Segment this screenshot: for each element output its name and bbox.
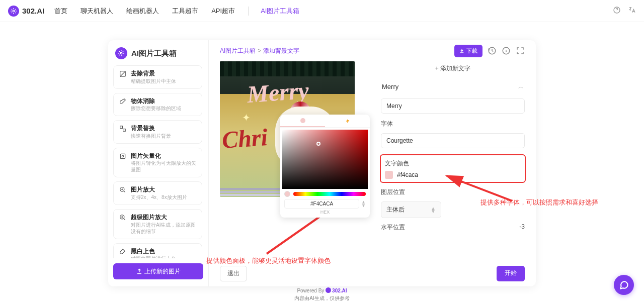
select-stepper-icon: ▲▼ bbox=[431, 207, 436, 213]
nav-home[interactable]: 首页 bbox=[54, 7, 67, 16]
crumb-actions: 下载 bbox=[454, 45, 525, 57]
svg-rect-6 bbox=[120, 154, 125, 158]
text-input[interactable]: Merry bbox=[381, 98, 525, 114]
top-bar: 302.AI 首页 聊天机器人 绘画机器人 工具超市 API超市 AI图片工具箱 bbox=[0, 0, 644, 22]
droplet-icon bbox=[300, 118, 305, 123]
sidebar-item-colorize[interactable]: 黑白上色对黑白照片进行上色 bbox=[113, 243, 202, 258]
hex-input[interactable]: #F4CACA bbox=[284, 199, 359, 209]
info-icon[interactable] bbox=[502, 46, 511, 55]
canvas-decor-trees bbox=[220, 61, 355, 76]
color-cursor[interactable] bbox=[316, 142, 320, 146]
nav-paint[interactable]: 绘画机器人 bbox=[126, 7, 159, 16]
color-hue-row bbox=[284, 191, 366, 197]
chevron-up-icon[interactable]: ︿ bbox=[518, 83, 524, 90]
current-color-dot bbox=[284, 191, 290, 197]
exit-button[interactable]: 退出 bbox=[220, 266, 247, 281]
color-picker-tabs bbox=[280, 115, 370, 128]
sidebar-title-text: AI图片工具箱 bbox=[131, 49, 177, 58]
accordion-title: Merry bbox=[382, 83, 398, 90]
download-button[interactable]: 下载 bbox=[454, 45, 482, 57]
main-panel: AI图片工具箱 去除背景精确提取图片中主体 物体消除擦除您想要移除的区域 背景替… bbox=[108, 40, 536, 286]
sidebar-item-erase[interactable]: 物体消除擦除您想要移除的区域 bbox=[113, 93, 202, 117]
sparkle-zoom-icon bbox=[119, 214, 127, 222]
sidebar-item-remove-bg[interactable]: 去除背景精确提取图片中主体 bbox=[113, 65, 202, 89]
brand-text: 302.AI bbox=[22, 7, 44, 15]
color-highlight-box: 文字颜色 #f4caca bbox=[380, 154, 526, 183]
breadcrumb-root[interactable]: AI图片工具箱 bbox=[220, 47, 256, 55]
hpos-label: 水平位置 bbox=[381, 223, 405, 232]
vector-icon bbox=[119, 152, 127, 160]
color-value: #f4caca bbox=[397, 171, 418, 178]
brand-logo[interactable]: 302.AI bbox=[8, 6, 44, 17]
color-swatch[interactable] bbox=[385, 171, 393, 179]
workspace: Merry ✦ Chri bbox=[209, 61, 536, 286]
upload-button[interactable]: 上传新的图片 bbox=[113, 263, 203, 279]
sidebar-logo-icon bbox=[115, 47, 127, 59]
svg-point-0 bbox=[13, 10, 15, 12]
history-icon[interactable] bbox=[488, 46, 497, 55]
zoom-in-icon bbox=[119, 186, 127, 194]
hex-row: #F4CACA ▲▼ bbox=[284, 199, 366, 209]
color-saturation-area[interactable] bbox=[282, 130, 368, 189]
svg-point-2 bbox=[120, 52, 122, 54]
chat-icon bbox=[619, 280, 629, 290]
svg-point-7 bbox=[122, 155, 124, 157]
help-icon[interactable] bbox=[613, 6, 621, 16]
nav-chat[interactable]: 聊天机器人 bbox=[80, 7, 113, 16]
svg-rect-5 bbox=[123, 129, 126, 132]
annotation-font: 提供多种字体，可以按照需求和喜好选择 bbox=[480, 198, 598, 207]
replace-bg-icon bbox=[119, 125, 127, 133]
layer-select[interactable]: 主体后 ▲▼ bbox=[381, 201, 441, 218]
eraser-icon bbox=[119, 97, 127, 106]
paint-icon bbox=[119, 248, 127, 256]
add-text-button[interactable]: + 添加新文字 bbox=[381, 62, 525, 75]
start-button[interactable]: 开始 bbox=[497, 266, 525, 281]
color-label: 文字颜色 bbox=[385, 159, 521, 168]
sidebar-item-super-upscale[interactable]: 超级图片放大对图片进行AI生成，添加原图没有的细节 bbox=[113, 209, 202, 239]
chat-fab[interactable] bbox=[614, 275, 634, 295]
font-select[interactable]: Courgette bbox=[381, 133, 525, 148]
svg-rect-4 bbox=[120, 126, 123, 129]
hpos-value: -3 bbox=[519, 223, 525, 232]
accordion-header[interactable]: Merry ︿ bbox=[381, 80, 525, 93]
canvas-column: Merry ✦ Chri bbox=[220, 61, 361, 286]
hex-label: HEX bbox=[280, 210, 370, 218]
hex-stepper[interactable]: ▲▼ bbox=[361, 200, 366, 207]
footer-logo-icon bbox=[326, 287, 331, 293]
color-picker-tab-preset[interactable] bbox=[325, 115, 370, 127]
font-label: 字体 bbox=[381, 120, 525, 128]
sidebar: AI图片工具箱 去除背景精确提取图片中主体 物体消除擦除您想要移除的区域 背景替… bbox=[108, 40, 209, 286]
nav-image-toolbox[interactable]: AI图片工具箱 bbox=[248, 7, 299, 16]
fullscreen-icon[interactable] bbox=[516, 46, 525, 55]
breadcrumb-bar: AI图片工具箱 > 添加背景文字 下载 bbox=[209, 40, 536, 61]
translate-icon[interactable] bbox=[628, 6, 636, 16]
remove-bg-icon bbox=[119, 70, 127, 78]
top-nav: 首页 聊天机器人 绘画机器人 工具超市 API超市 AI图片工具箱 bbox=[54, 7, 299, 16]
footer: Powered By 302.AI 内容由AI生成，仅供参考 bbox=[0, 287, 644, 302]
canvas-text-chri: Chri bbox=[221, 123, 268, 154]
nav-tools[interactable]: 工具超市 bbox=[172, 7, 198, 16]
annotation-color: 提供颜色面板，能够更灵活地设置字体颜色 bbox=[206, 256, 331, 265]
color-picker[interactable]: #F4CACA ▲▼ HEX bbox=[280, 115, 370, 218]
sidebar-title: AI图片工具箱 bbox=[113, 47, 203, 59]
sidebar-item-upscale[interactable]: 图片放大支持2x、4x、8x放大图片 bbox=[113, 181, 202, 205]
main-area: AI图片工具箱 > 添加背景文字 下载 Merry bbox=[209, 40, 536, 286]
layer-label: 图层位置 bbox=[381, 188, 525, 196]
sidebar-list[interactable]: 去除背景精确提取图片中主体 物体消除擦除您想要移除的区域 背景替换快速替换图片背… bbox=[113, 65, 203, 258]
breadcrumb-current: 添加背景文字 bbox=[263, 47, 299, 55]
color-picker-tab-palette[interactable] bbox=[280, 115, 325, 127]
canvas-decor-star: ✦ bbox=[242, 112, 251, 124]
properties-panel: + 添加新文字 Merry ︿ Merry 字体 Courgette 文字颜色 … bbox=[361, 61, 525, 286]
sidebar-item-vectorize[interactable]: 图片矢量化将图片转化为可无限放大的矢量图 bbox=[113, 148, 202, 178]
topbar-right bbox=[613, 6, 636, 16]
sidebar-item-replace-bg[interactable]: 背景替换快速替换图片背景 bbox=[113, 120, 202, 144]
hpos-row: 水平位置 -3 bbox=[381, 223, 525, 232]
hue-slider[interactable] bbox=[293, 192, 366, 196]
bottom-bar: 退出 开始 bbox=[220, 266, 525, 281]
nav-api[interactable]: API超市 bbox=[211, 7, 235, 16]
logo-badge-icon bbox=[8, 6, 19, 17]
breadcrumb-sep: > bbox=[258, 47, 261, 54]
